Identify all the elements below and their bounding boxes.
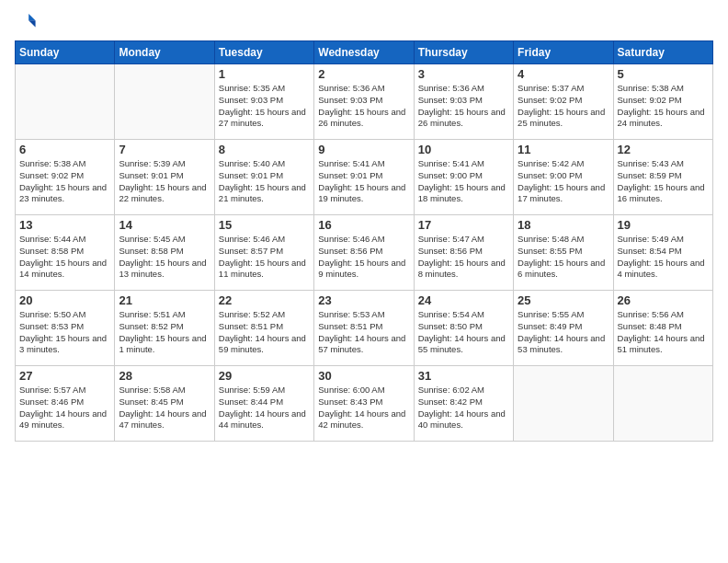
calendar-cell: 26Sunrise: 5:56 AM Sunset: 8:48 PM Dayli… bbox=[613, 291, 712, 366]
calendar-cell: 11Sunrise: 5:42 AM Sunset: 9:00 PM Dayli… bbox=[514, 140, 613, 215]
calendar-cell: 5Sunrise: 5:38 AM Sunset: 9:02 PM Daylig… bbox=[613, 64, 712, 140]
day-info: Sunrise: 5:56 AM Sunset: 8:48 PM Dayligh… bbox=[618, 309, 709, 356]
day-info: Sunrise: 5:38 AM Sunset: 9:02 PM Dayligh… bbox=[19, 158, 110, 205]
day-info: Sunrise: 5:39 AM Sunset: 9:01 PM Dayligh… bbox=[119, 158, 210, 205]
day-number: 13 bbox=[19, 218, 110, 232]
calendar-cell bbox=[613, 366, 712, 442]
day-number: 18 bbox=[518, 218, 609, 232]
day-number: 31 bbox=[418, 369, 509, 383]
logo-icon bbox=[17, 11, 37, 31]
day-info: Sunrise: 5:48 AM Sunset: 8:55 PM Dayligh… bbox=[518, 234, 609, 281]
calendar-cell: 8Sunrise: 5:40 AM Sunset: 9:01 PM Daylig… bbox=[214, 140, 313, 215]
day-info: Sunrise: 5:35 AM Sunset: 9:03 PM Dayligh… bbox=[219, 83, 310, 130]
day-info: Sunrise: 5:49 AM Sunset: 8:54 PM Dayligh… bbox=[618, 234, 709, 281]
calendar-cell: 10Sunrise: 5:41 AM Sunset: 9:00 PM Dayli… bbox=[414, 140, 513, 215]
day-number: 28 bbox=[119, 369, 210, 383]
day-info: Sunrise: 5:40 AM Sunset: 9:01 PM Dayligh… bbox=[219, 158, 310, 205]
calendar-cell bbox=[514, 366, 613, 442]
calendar-cell: 14Sunrise: 5:45 AM Sunset: 8:58 PM Dayli… bbox=[115, 215, 214, 291]
day-number: 16 bbox=[318, 218, 409, 232]
page-header bbox=[15, 11, 713, 35]
calendar-header-wednesday: Wednesday bbox=[314, 41, 414, 64]
day-info: Sunrise: 5:38 AM Sunset: 9:02 PM Dayligh… bbox=[618, 83, 709, 130]
day-info: Sunrise: 5:55 AM Sunset: 8:49 PM Dayligh… bbox=[518, 309, 609, 356]
day-info: Sunrise: 5:46 AM Sunset: 8:56 PM Dayligh… bbox=[318, 234, 409, 281]
day-info: Sunrise: 5:58 AM Sunset: 8:45 PM Dayligh… bbox=[119, 385, 210, 431]
day-info: Sunrise: 5:57 AM Sunset: 8:46 PM Dayligh… bbox=[19, 385, 110, 431]
day-number: 23 bbox=[318, 293, 409, 307]
day-info: Sunrise: 5:52 AM Sunset: 8:51 PM Dayligh… bbox=[219, 309, 310, 356]
calendar-header-sunday: Sunday bbox=[16, 41, 115, 64]
calendar-cell: 18Sunrise: 5:48 AM Sunset: 8:55 PM Dayli… bbox=[514, 215, 613, 291]
day-number: 9 bbox=[318, 143, 409, 156]
calendar-cell bbox=[115, 64, 214, 140]
svg-marker-1 bbox=[28, 20, 35, 27]
day-number: 29 bbox=[219, 369, 310, 383]
day-info: Sunrise: 5:36 AM Sunset: 9:03 PM Dayligh… bbox=[318, 83, 409, 130]
calendar-cell: 3Sunrise: 5:36 AM Sunset: 9:03 PM Daylig… bbox=[414, 64, 513, 140]
day-info: Sunrise: 5:50 AM Sunset: 8:53 PM Dayligh… bbox=[19, 309, 110, 356]
day-number: 7 bbox=[119, 143, 210, 156]
calendar-header-tuesday: Tuesday bbox=[214, 41, 313, 64]
day-info: Sunrise: 5:53 AM Sunset: 8:51 PM Dayligh… bbox=[318, 309, 409, 356]
day-number: 26 bbox=[618, 293, 709, 307]
day-number: 17 bbox=[418, 218, 509, 232]
day-number: 27 bbox=[19, 369, 110, 383]
calendar-cell: 7Sunrise: 5:39 AM Sunset: 9:01 PM Daylig… bbox=[115, 140, 214, 215]
day-info: Sunrise: 5:41 AM Sunset: 9:01 PM Dayligh… bbox=[318, 158, 409, 205]
calendar-cell: 31Sunrise: 6:02 AM Sunset: 8:42 PM Dayli… bbox=[414, 366, 513, 442]
calendar: SundayMondayTuesdayWednesdayThursdayFrid… bbox=[15, 40, 713, 442]
calendar-cell: 6Sunrise: 5:38 AM Sunset: 9:02 PM Daylig… bbox=[16, 140, 115, 215]
day-number: 1 bbox=[219, 67, 310, 81]
calendar-cell: 15Sunrise: 5:46 AM Sunset: 8:57 PM Dayli… bbox=[214, 215, 313, 291]
day-number: 10 bbox=[418, 143, 509, 156]
day-number: 20 bbox=[19, 293, 110, 307]
calendar-header-thursday: Thursday bbox=[414, 41, 513, 64]
day-info: Sunrise: 5:44 AM Sunset: 8:58 PM Dayligh… bbox=[19, 234, 110, 281]
day-info: Sunrise: 5:36 AM Sunset: 9:03 PM Dayligh… bbox=[418, 83, 509, 130]
calendar-cell: 23Sunrise: 5:53 AM Sunset: 8:51 PM Dayli… bbox=[314, 291, 414, 366]
calendar-cell: 21Sunrise: 5:51 AM Sunset: 8:52 PM Dayli… bbox=[115, 291, 214, 366]
day-number: 22 bbox=[219, 293, 310, 307]
svg-marker-0 bbox=[28, 14, 35, 20]
day-number: 24 bbox=[418, 293, 509, 307]
logo bbox=[15, 11, 37, 35]
day-number: 15 bbox=[219, 218, 310, 232]
day-number: 5 bbox=[618, 67, 709, 81]
day-number: 12 bbox=[618, 143, 709, 156]
day-number: 19 bbox=[618, 218, 709, 232]
day-number: 30 bbox=[318, 369, 409, 383]
calendar-cell bbox=[16, 64, 115, 140]
calendar-cell: 17Sunrise: 5:47 AM Sunset: 8:56 PM Dayli… bbox=[414, 215, 513, 291]
calendar-cell: 19Sunrise: 5:49 AM Sunset: 8:54 PM Dayli… bbox=[613, 215, 712, 291]
day-info: Sunrise: 5:43 AM Sunset: 8:59 PM Dayligh… bbox=[618, 158, 709, 205]
day-number: 11 bbox=[518, 143, 609, 156]
calendar-cell: 27Sunrise: 5:57 AM Sunset: 8:46 PM Dayli… bbox=[16, 366, 115, 442]
day-info: Sunrise: 5:51 AM Sunset: 8:52 PM Dayligh… bbox=[119, 309, 210, 356]
day-info: Sunrise: 5:46 AM Sunset: 8:57 PM Dayligh… bbox=[219, 234, 310, 281]
calendar-cell: 22Sunrise: 5:52 AM Sunset: 8:51 PM Dayli… bbox=[214, 291, 313, 366]
day-info: Sunrise: 5:37 AM Sunset: 9:02 PM Dayligh… bbox=[518, 83, 609, 130]
calendar-cell: 28Sunrise: 5:58 AM Sunset: 8:45 PM Dayli… bbox=[115, 366, 214, 442]
day-number: 3 bbox=[418, 67, 509, 81]
day-info: Sunrise: 5:59 AM Sunset: 8:44 PM Dayligh… bbox=[219, 385, 310, 431]
day-number: 21 bbox=[119, 293, 210, 307]
day-number: 8 bbox=[219, 143, 310, 156]
day-info: Sunrise: 5:47 AM Sunset: 8:56 PM Dayligh… bbox=[418, 234, 509, 281]
calendar-header-friday: Friday bbox=[514, 41, 613, 64]
calendar-cell: 2Sunrise: 5:36 AM Sunset: 9:03 PM Daylig… bbox=[314, 64, 414, 140]
calendar-cell: 24Sunrise: 5:54 AM Sunset: 8:50 PM Dayli… bbox=[414, 291, 513, 366]
day-info: Sunrise: 6:02 AM Sunset: 8:42 PM Dayligh… bbox=[418, 385, 509, 431]
day-info: Sunrise: 5:54 AM Sunset: 8:50 PM Dayligh… bbox=[418, 309, 509, 356]
calendar-cell: 30Sunrise: 6:00 AM Sunset: 8:43 PM Dayli… bbox=[314, 366, 414, 442]
day-info: Sunrise: 5:45 AM Sunset: 8:58 PM Dayligh… bbox=[119, 234, 210, 281]
calendar-header-saturday: Saturday bbox=[613, 41, 712, 64]
calendar-cell: 20Sunrise: 5:50 AM Sunset: 8:53 PM Dayli… bbox=[16, 291, 115, 366]
day-number: 2 bbox=[318, 67, 409, 81]
calendar-cell: 29Sunrise: 5:59 AM Sunset: 8:44 PM Dayli… bbox=[214, 366, 313, 442]
calendar-cell: 12Sunrise: 5:43 AM Sunset: 8:59 PM Dayli… bbox=[613, 140, 712, 215]
calendar-cell: 9Sunrise: 5:41 AM Sunset: 9:01 PM Daylig… bbox=[314, 140, 414, 215]
calendar-cell: 4Sunrise: 5:37 AM Sunset: 9:02 PM Daylig… bbox=[514, 64, 613, 140]
day-info: Sunrise: 5:42 AM Sunset: 9:00 PM Dayligh… bbox=[518, 158, 609, 205]
calendar-cell: 13Sunrise: 5:44 AM Sunset: 8:58 PM Dayli… bbox=[16, 215, 115, 291]
